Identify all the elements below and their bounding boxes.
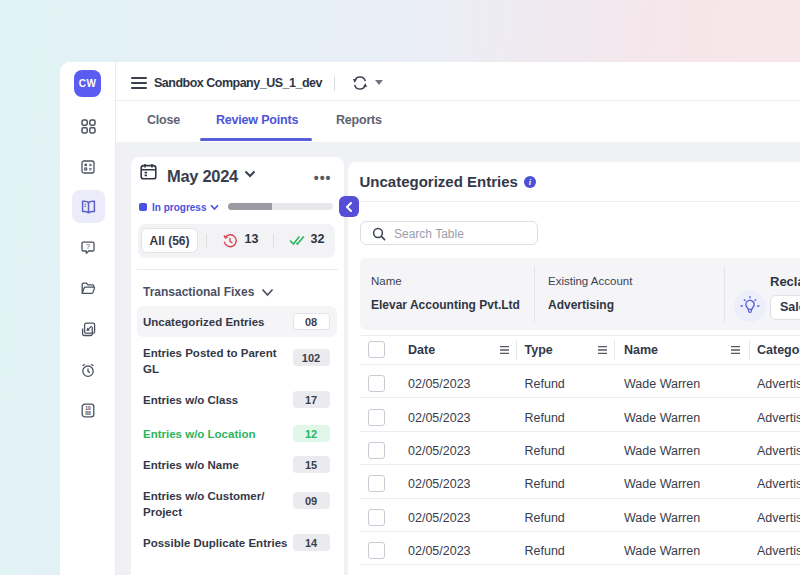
svg-text:88: 88 — [85, 410, 91, 416]
svg-text:?: ? — [86, 243, 90, 250]
